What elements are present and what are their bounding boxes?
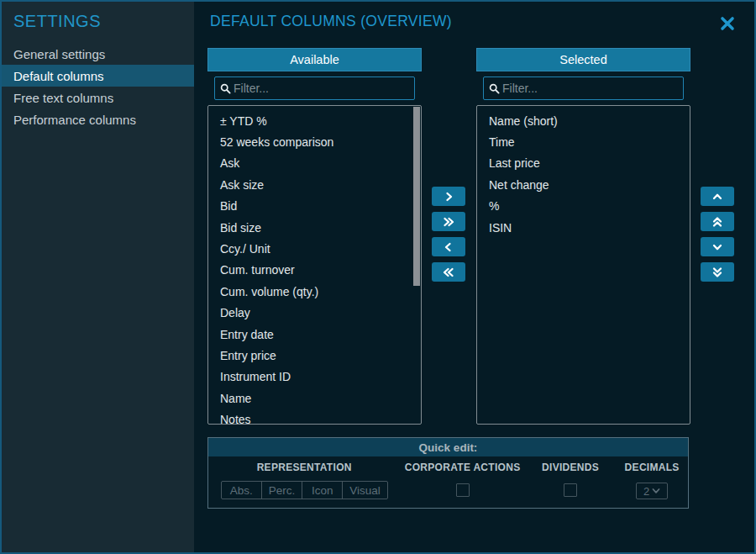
search-icon [220, 83, 231, 94]
decimals-group: DECIMALS 2 [616, 462, 688, 508]
search-icon [489, 83, 500, 94]
available-list-item[interactable]: Ask size [208, 174, 421, 195]
page-title: DEFAULT COLUMNS (OVERVIEW) [210, 13, 452, 30]
sidebar-item[interactable]: Default columns [2, 65, 194, 87]
chevron-right-icon [444, 192, 454, 202]
reorder-buttons [701, 187, 734, 282]
double-chevron-left-icon [443, 267, 454, 277]
available-filter-input[interactable] [234, 82, 409, 95]
available-list: ± YTD %52 weeks comparisonAskAsk sizeBid… [207, 105, 422, 425]
available-scrollbar[interactable] [413, 107, 420, 423]
available-list-item[interactable]: Instrument ID [208, 367, 421, 388]
selected-list: Name (short)TimeLast priceNet change%ISI… [476, 105, 690, 425]
available-list-item[interactable]: ± YTD % [208, 110, 421, 131]
selected-filter-input[interactable] [502, 82, 678, 95]
chevron-down-icon [652, 488, 660, 494]
selected-panel-header: Selected [476, 48, 690, 71]
representation-label: REPRESENTATION [257, 462, 352, 473]
available-list-item[interactable]: Delay [208, 303, 421, 324]
decimals-select[interactable]: 2 [636, 483, 668, 499]
selected-list-item[interactable]: ISIN [477, 217, 690, 238]
quick-edit-panel: Quick edit: REPRESENTATION Abs.Perc.Icon… [207, 437, 689, 509]
representation-group: REPRESENTATION Abs.Perc.IconVisual [208, 462, 400, 508]
available-panel: Available ± YTD %52 weeks comparisonAskA… [207, 48, 422, 425]
chevron-up-icon [712, 192, 722, 202]
move-all-left-button[interactable] [432, 262, 465, 282]
decimals-value: 2 [643, 485, 649, 498]
scrollbar-thumb[interactable] [413, 107, 420, 286]
selected-list-item[interactable]: Time [477, 131, 690, 152]
sidebar-item[interactable]: Performance columns [2, 108, 194, 130]
available-list-item[interactable]: Name [208, 388, 421, 409]
selected-panel: Selected Name (short)TimeLast priceNet c… [476, 48, 690, 425]
selected-list-item[interactable]: Net change [477, 174, 690, 195]
available-list-item[interactable]: 52 weeks comparison [208, 131, 421, 152]
available-list-item[interactable]: Bid [208, 196, 421, 217]
close-button[interactable] [717, 13, 738, 34]
available-list-item[interactable]: Cum. turnover [208, 260, 421, 281]
available-filter[interactable] [214, 77, 415, 100]
move-left-button[interactable] [432, 237, 465, 256]
sidebar-item-label: General settings [13, 47, 105, 61]
selected-list-item[interactable]: % [477, 196, 690, 217]
sidebar-item-label: Performance columns [13, 113, 136, 127]
sidebar-item-label: Default columns [13, 69, 104, 83]
dividends-group: DIVIDENDS [525, 462, 616, 508]
available-list-item[interactable]: Ask [208, 153, 421, 174]
move-up-button[interactable] [701, 187, 734, 206]
transfer-buttons [432, 187, 465, 282]
representation-option-button[interactable]: Icon [302, 481, 343, 499]
chevron-left-icon [444, 242, 454, 252]
available-list-item[interactable]: Entry date [208, 324, 421, 345]
available-panel-header: Available [207, 48, 422, 71]
decimals-label: DECIMALS [625, 462, 680, 473]
sidebar: SETTINGS General settings Default column… [2, 2, 194, 552]
available-list-item[interactable]: Cum. volume (qty.) [208, 281, 421, 302]
selected-list-item[interactable]: Last price [477, 153, 690, 174]
double-chevron-down-icon [712, 266, 722, 278]
corporate-actions-group: CORPORATE ACTIONS [400, 462, 524, 508]
representation-option-button[interactable]: Visual [342, 481, 388, 499]
available-list-item[interactable]: Notes [208, 409, 421, 425]
move-down-button[interactable] [701, 237, 734, 256]
sidebar-item[interactable]: General settings [2, 43, 194, 65]
quick-edit-title: Quick edit: [208, 438, 688, 456]
move-all-right-button[interactable] [432, 212, 465, 231]
double-chevron-right-icon [443, 217, 454, 227]
dividends-checkbox[interactable] [564, 483, 577, 497]
available-list-item[interactable]: Entry price [208, 345, 421, 366]
sidebar-item[interactable]: Free text columns [2, 87, 194, 108]
move-right-button[interactable] [432, 187, 465, 206]
settings-dialog: SETTINGS General settings Default column… [0, 0, 756, 554]
quick-edit-controls: REPRESENTATION Abs.Perc.IconVisual CORPO… [208, 456, 688, 508]
representation-option-button[interactable]: Abs. [221, 481, 262, 499]
selected-filter[interactable] [483, 77, 684, 100]
available-list-item[interactable]: Ccy./ Unit [208, 238, 421, 259]
move-bottom-button[interactable] [701, 262, 734, 282]
available-list-item[interactable]: Bid size [208, 217, 421, 238]
move-top-button[interactable] [701, 212, 734, 231]
close-icon [719, 15, 736, 32]
corporate-actions-label: CORPORATE ACTIONS [405, 462, 521, 473]
dividends-label: DIVIDENDS [542, 462, 599, 473]
sidebar-title: SETTINGS [2, 2, 194, 43]
sidebar-item-label: Free text columns [13, 91, 113, 105]
corporate-actions-checkbox[interactable] [456, 483, 470, 497]
representation-option-button[interactable]: Perc. [261, 481, 303, 499]
selected-list-item[interactable]: Name (short) [477, 110, 690, 131]
sidebar-nav: General settings Default columns Free te… [2, 43, 194, 130]
chevron-down-icon [712, 242, 722, 252]
double-chevron-up-icon [712, 216, 722, 228]
